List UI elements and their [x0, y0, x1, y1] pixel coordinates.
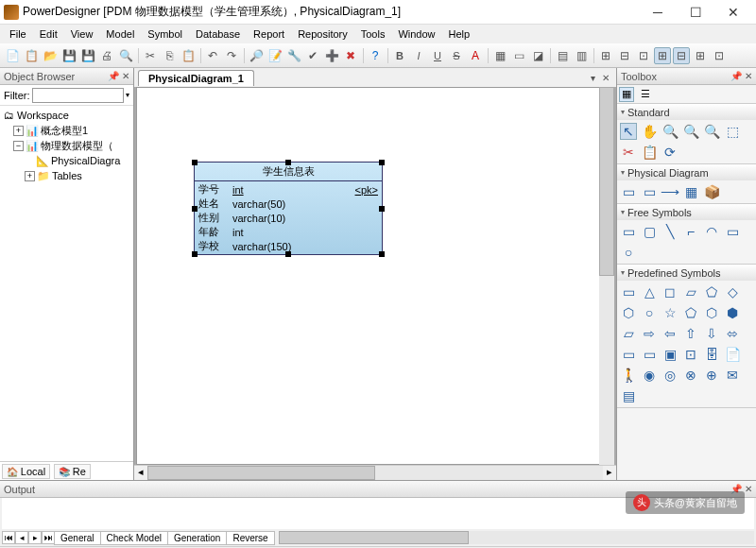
table-tool-icon[interactable]: ▭	[620, 183, 637, 200]
bold-icon[interactable]: B	[391, 47, 408, 64]
saveall-icon[interactable]: 💾	[79, 47, 96, 64]
tab-re[interactable]: 📚 Re	[54, 464, 91, 479]
tree-n4[interactable]: Tables	[52, 170, 82, 181]
tab-nav-last-icon[interactable]: ⏭	[42, 531, 55, 544]
procedure-tool-icon[interactable]: ▦	[682, 183, 699, 200]
sym-actor-icon[interactable]: 🚶	[620, 367, 637, 384]
expand-icon[interactable]: +	[13, 126, 24, 136]
sym-29-icon[interactable]: ✉	[724, 367, 741, 384]
output-tab-check[interactable]: Check Model	[100, 531, 168, 545]
tab-menu-icon[interactable]: ▾	[586, 73, 599, 83]
sym-7-icon[interactable]: ⬡	[620, 304, 637, 321]
refresh-icon[interactable]: ⟳	[662, 144, 679, 161]
undo-icon[interactable]: ↶	[204, 47, 221, 64]
filter-dropdown-icon[interactable]: ▾	[126, 91, 129, 99]
open-icon[interactable]: 📂	[42, 47, 59, 64]
sym-2-icon[interactable]: △	[641, 283, 658, 300]
toolbox-grid-view-icon[interactable]: ▦	[619, 87, 634, 102]
win5-icon[interactable]: ⊟	[673, 47, 690, 64]
paste-icon[interactable]: 📋	[180, 47, 197, 64]
zoomout-icon[interactable]: 🔍	[682, 123, 699, 140]
underline-icon[interactable]: U	[429, 47, 446, 64]
tree[interactable]: 🗂Workspace +📊概念模型1 −📊物理数据模型（ 📐PhysicalDi…	[0, 106, 133, 461]
align-icon[interactable]: ▤	[554, 47, 571, 64]
sym-15-icon[interactable]: ⇦	[662, 325, 679, 342]
arc-icon[interactable]: ◠	[703, 223, 720, 240]
sym-12-icon[interactable]: ⬢	[724, 304, 741, 321]
panel-pin-icon[interactable]: 📌	[108, 71, 119, 81]
menu-tools[interactable]: Tools	[355, 26, 391, 42]
output-tab-general[interactable]: General	[54, 531, 101, 545]
sym-11-icon[interactable]: ⬡	[703, 304, 720, 321]
tab-nav-prev-icon[interactable]: ◂	[15, 531, 28, 544]
panel-pin-icon[interactable]: 📌	[730, 71, 742, 81]
section-free[interactable]: Free Symbols	[627, 207, 692, 218]
sym-30-icon[interactable]: ▤	[620, 387, 637, 404]
preview-icon[interactable]: 🔍	[117, 47, 134, 64]
sym-25-icon[interactable]: ◉	[641, 367, 658, 384]
section-predef[interactable]: Predefined Symbols	[627, 267, 720, 279]
win1-icon[interactable]: ⊞	[597, 47, 614, 64]
sym-27-icon[interactable]: ⊗	[682, 367, 699, 384]
sym-26-icon[interactable]: ◎	[662, 367, 679, 384]
tree-workspace[interactable]: Workspace	[17, 110, 69, 121]
vertical-scrollbar[interactable]	[599, 87, 614, 465]
tree-n1[interactable]: 概念模型1	[41, 124, 88, 138]
italic-icon[interactable]: I	[410, 47, 427, 64]
toolbox-list-view-icon[interactable]: ☰	[638, 87, 653, 102]
sym-22-icon[interactable]: ⊡	[682, 346, 699, 363]
collapse-icon[interactable]: −	[13, 141, 24, 151]
cut-tool-icon[interactable]: ✂	[620, 144, 637, 161]
maximize-button[interactable]: ☐	[677, 2, 714, 23]
zoomarea-icon[interactable]: ⬚	[724, 123, 741, 140]
print-icon[interactable]: 🖨	[98, 47, 115, 64]
section-standard[interactable]: Standard	[627, 107, 670, 118]
remove-icon[interactable]: ✖	[342, 47, 359, 64]
fontcolor-icon[interactable]: A	[467, 47, 484, 64]
sym-8-icon[interactable]: ○	[641, 304, 658, 321]
save-icon[interactable]: 💾	[60, 47, 77, 64]
find-icon[interactable]: 🔎	[248, 47, 265, 64]
tool-icon[interactable]: 🔧	[285, 47, 302, 64]
panel-close-icon[interactable]: ✕	[122, 71, 129, 81]
sym-14-icon[interactable]: ⇨	[641, 325, 658, 342]
sym-28-icon[interactable]: ⊕	[703, 367, 720, 384]
panel-close-icon[interactable]: ✕	[745, 484, 752, 494]
view-tool-icon[interactable]: ▭	[641, 183, 658, 200]
menu-help[interactable]: Help	[443, 26, 476, 42]
sym-3-icon[interactable]: ◻	[662, 283, 679, 300]
sym-21-icon[interactable]: ▣	[662, 346, 679, 363]
sym-10-icon[interactable]: ⬠	[682, 304, 699, 321]
entity-table[interactable]: 学生信息表 学号int<pk> 姓名varchar(50) 性别varchar(…	[194, 162, 383, 255]
document-tab[interactable]: PhysicalDiagram_1	[138, 70, 254, 86]
expand-icon[interactable]: +	[25, 171, 35, 181]
menu-file[interactable]: File	[4, 26, 32, 42]
menu-repository[interactable]: Repository	[292, 26, 353, 42]
properties-icon[interactable]: 📝	[266, 47, 284, 64]
tab-nav-first-icon[interactable]: ⏮	[2, 531, 15, 544]
sym-1-icon[interactable]: ▭	[620, 283, 637, 300]
sym-db-icon[interactable]: 🗄	[703, 346, 720, 363]
polyline-icon[interactable]: ⌐	[682, 223, 699, 240]
sym-13-icon[interactable]: ▱	[620, 325, 637, 342]
sym-17-icon[interactable]: ⇩	[703, 325, 720, 342]
roundrect-icon[interactable]: ▢	[641, 223, 658, 240]
tree-n2[interactable]: 物理数据模型（	[41, 139, 113, 153]
menu-window[interactable]: Window	[392, 26, 440, 42]
menu-database[interactable]: Database	[190, 26, 246, 42]
redo-icon[interactable]: ↷	[223, 47, 240, 64]
horizontal-scrollbar[interactable]: ◂ ▸	[134, 465, 616, 480]
cut-icon[interactable]: ✂	[142, 47, 159, 64]
help-icon[interactable]: ?	[367, 47, 384, 64]
new-model-icon[interactable]: 📋	[23, 47, 40, 64]
sym-6-icon[interactable]: ◇	[724, 283, 741, 300]
strike-icon[interactable]: S	[448, 47, 465, 64]
tree-n3[interactable]: PhysicalDiagra	[51, 155, 120, 166]
sym-16-icon[interactable]: ⇧	[682, 325, 699, 342]
copy-icon[interactable]: ⎘	[161, 47, 178, 64]
menu-model[interactable]: Model	[100, 26, 140, 42]
filter-input[interactable]	[32, 88, 125, 103]
sym-9-icon[interactable]: ☆	[662, 304, 679, 321]
paste-tool-icon[interactable]: 📋	[641, 144, 658, 161]
panel-close-icon[interactable]: ✕	[745, 71, 752, 81]
